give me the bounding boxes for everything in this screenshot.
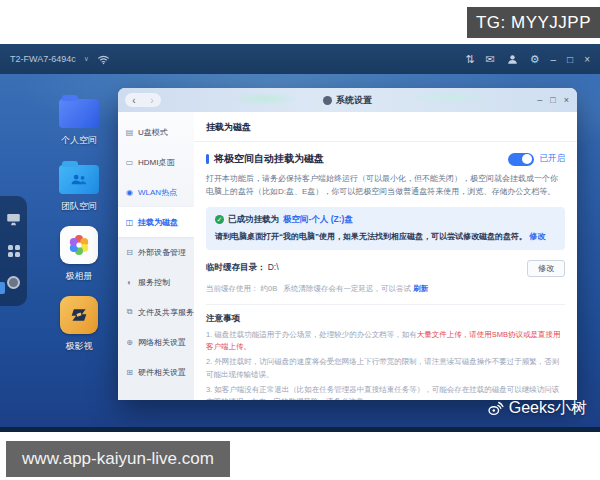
settings-close-button[interactable]: × (564, 95, 569, 105)
desktop-icon-photos[interactable]: 极相册 (60, 226, 98, 283)
sidebar-item[interactable]: ⊕ 网络相关设置 (118, 327, 194, 357)
divider (206, 304, 565, 305)
photos-app-icon (60, 226, 98, 264)
note-item: 2. 外网挂载时，访问磁盘的速度将会受您网络上下行带宽的限制，请注意读写磁盘操作… (206, 356, 565, 382)
gear-icon[interactable]: ⚙ (530, 53, 540, 66)
sidebar-item-label: 网络相关设置 (138, 337, 186, 348)
sidebar-item-label: U盘模式 (138, 127, 168, 138)
cache-usage-value: 约0B (261, 284, 278, 293)
desktop-icon-label: 团队空间 (61, 200, 97, 213)
section-title: 将极空间自动挂载为磁盘 (206, 152, 324, 166)
notes-list: 1. 磁盘挂载功能适用于办公场景，处理较少的办公文档等，如有大量文件上传，请使用… (206, 329, 565, 400)
success-prefix: 已成功挂载为 (228, 214, 279, 226)
success-instructions: 请到电脑桌面打开“我的电脑”使用，如果无法找到相应磁盘，可以尝试修改磁盘的盘符。 (215, 232, 527, 241)
sidebar-item-label: 外部设备管理 (138, 247, 186, 258)
app-maximize-button[interactable]: □ (567, 54, 573, 65)
mail-icon[interactable]: ✉ (485, 53, 494, 66)
sidebar-item[interactable]: ◫ 挂载为磁盘 (118, 207, 194, 237)
transfer-icon[interactable]: ⇅ (465, 53, 474, 66)
settings-window-title: 系统设置 (323, 94, 372, 107)
personal-space-folder-icon (59, 99, 99, 128)
sidebar-item-label: WLAN热点 (138, 187, 177, 198)
sidebar-item-icon: ⊕ (125, 338, 134, 347)
sidebar-item[interactable]: ▭ HDMI桌面 (118, 147, 194, 177)
weibo-icon (487, 401, 504, 416)
desktop-icon-team-space[interactable]: 团队空间 (59, 160, 99, 213)
display-icon[interactable] (6, 213, 21, 226)
sidebar-item-label: 文件及共享服务 (138, 307, 194, 318)
chevron-down-icon[interactable]: ∨ (84, 55, 89, 63)
sidebar-item-icon: ▤ (125, 128, 134, 137)
page-title: 挂载为磁盘 (194, 112, 577, 142)
movies-app-icon (60, 296, 98, 334)
settings-maximize-button[interactable]: □ (550, 95, 555, 105)
back-button[interactable]: ‹ (132, 95, 135, 106)
app-minimize-button[interactable]: – (551, 54, 557, 65)
toggle-state-label: 已开启 (540, 153, 566, 165)
refresh-link[interactable]: 刷新 (413, 284, 428, 293)
settings-gear-icon (323, 96, 332, 105)
team-space-folder-icon (59, 165, 99, 194)
nav-pill: ‹ › (125, 93, 161, 107)
settings-sidebar: ▤ U盘模式 ▭ HDMI桌面 ◉ WLAN热点 ◫ 挂载为磁盘 (118, 112, 194, 400)
desktop-icon-label: 极相册 (66, 270, 93, 283)
sidebar-item[interactable]: ⧉ 文件及共享服务 (118, 297, 194, 327)
cache-usage-note: 系统清除缓存会有一定延迟，可以尝试 (284, 284, 412, 293)
settings-title-text: 系统设置 (336, 94, 372, 107)
sidebar-item-icon: ◫ (125, 218, 134, 227)
app-titlebar: T2-FWA7-6494c ∨ ⇅ ✉ ⚙ – □ × (0, 44, 600, 74)
desktop-icons: 个人空间 团队空间 (50, 94, 108, 366)
screenshot-stage: TG: MYYJJPP T2-FWA7-6494c ∨ ⇅ ✉ ⚙ – □ × (0, 0, 600, 480)
note-item: 1. 磁盘挂载功能适用于办公场景，处理较少的办公文档等，如有大量文件上传，请使用… (206, 329, 565, 355)
modify-cache-dir-button[interactable]: 修改 (527, 260, 565, 277)
settings-minimize-button[interactable]: – (537, 95, 542, 105)
camera-dock-icon[interactable] (7, 276, 20, 289)
sidebar-item-icon: ⊟ (125, 248, 134, 257)
mount-success-banner: ✓ 已成功挂载为 极空间-个人 (Z:)盘 请到电脑桌面打开“我的电脑”使用，如… (206, 207, 565, 250)
check-icon: ✓ (215, 215, 224, 224)
app-grid-icon[interactable] (8, 245, 20, 257)
cache-dir-value: D:\ (268, 262, 279, 272)
cache-dir-label: 临时缓存目录： (206, 262, 266, 272)
settings-content: 挂载为磁盘 将极空间自动挂载为磁盘 已开启 打开本功能后，请务必保持客户端始终运… (194, 112, 577, 400)
desktop-icon-label: 个人空间 (61, 134, 97, 147)
sidebar-item[interactable]: ◉ WLAN热点 (118, 177, 194, 207)
sidebar-item-icon: ◐ (125, 278, 134, 287)
settings-titlebar: ‹ › 系统设置 – □ × (118, 88, 577, 112)
cache-usage-label: 当前缓存使用： (206, 284, 259, 293)
tg-badge: TG: MYYJJPP (467, 7, 600, 38)
mount-toggle[interactable] (508, 153, 534, 166)
watermark-text: Geeks小树 (509, 398, 587, 419)
sidebar-item[interactable]: ⊟ 外部设备管理 (118, 237, 194, 267)
sidebar-item-icon: ⧉ (125, 307, 134, 317)
dock-accent (0, 282, 5, 294)
notes-title: 注意事项 (206, 313, 565, 325)
modify-drive-letter-link[interactable]: 修改 (529, 232, 545, 241)
mounted-drive-name: 极空间-个人 (Z:)盘 (283, 214, 353, 226)
side-dock (0, 196, 27, 306)
wifi-icon (97, 53, 110, 66)
desktop-background: 个人空间 团队空间 (0, 74, 600, 432)
watermark: Geeks小树 (487, 398, 587, 419)
desktop-icon-personal-space[interactable]: 个人空间 (59, 94, 99, 147)
desktop-icon-label: 极影视 (66, 340, 93, 353)
url-banner: www.app-kaiyun-live.com (6, 441, 230, 477)
sidebar-item-icon: ◉ (125, 188, 134, 197)
user-icon[interactable] (506, 53, 519, 66)
device-name-selector[interactable]: T2-FWA7-6494c (10, 54, 76, 64)
forward-button[interactable]: › (150, 95, 153, 106)
sidebar-item[interactable]: ◐ 服务控制 (118, 267, 194, 297)
nas-client-window: T2-FWA7-6494c ∨ ⇅ ✉ ⚙ – □ × (0, 44, 600, 437)
feature-description: 打开本功能后，请务必保持客户端始终运行（可以最小化，但不能关闭），极空间就会挂载… (206, 173, 565, 199)
sidebar-item-icon: ⊞ (125, 368, 134, 377)
sidebar-item[interactable]: ⊞ 硬件相关设置 (118, 357, 194, 387)
sidebar-item-label: 硬件相关设置 (138, 367, 186, 378)
sidebar-item-label: 服务控制 (138, 277, 170, 288)
sidebar-item-label: HDMI桌面 (138, 157, 174, 168)
sidebar-item-label: 挂载为磁盘 (138, 217, 178, 228)
desktop-icon-movies[interactable]: 极影视 (60, 296, 98, 353)
people-icon (69, 173, 89, 187)
sidebar-item[interactable]: ▤ U盘模式 (118, 117, 194, 147)
app-close-button[interactable]: × (584, 54, 590, 65)
sidebar-item-icon: ▭ (125, 158, 134, 167)
